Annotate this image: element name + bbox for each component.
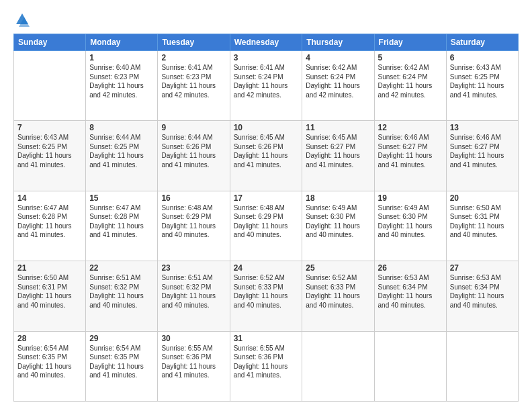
calendar-day-header: Friday <box>374 34 446 51</box>
day-number: 13 <box>450 123 515 132</box>
calendar-cell <box>446 331 518 401</box>
calendar-cell: 5Sunrise: 6:42 AM Sunset: 6:24 PM Daylig… <box>374 51 446 121</box>
day-number: 14 <box>17 193 82 203</box>
day-number: 24 <box>234 263 299 273</box>
header <box>13 12 519 27</box>
day-number: 28 <box>17 334 82 343</box>
day-info: Sunrise: 6:44 AM Sunset: 6:26 PM Dayligh… <box>161 133 226 169</box>
day-info: Sunrise: 6:48 AM Sunset: 6:29 PM Dayligh… <box>161 203 226 240</box>
calendar-header-row: SundayMondayTuesdayWednesdayThursdayFrid… <box>14 34 519 51</box>
calendar-week-row: 21Sunrise: 6:50 AM Sunset: 6:31 PM Dayli… <box>14 261 519 331</box>
day-number: 15 <box>89 193 154 203</box>
calendar-day-header: Saturday <box>446 34 518 51</box>
day-info: Sunrise: 6:44 AM Sunset: 6:25 PM Dayligh… <box>89 133 154 169</box>
day-number: 26 <box>378 263 443 273</box>
day-number: 8 <box>89 123 154 132</box>
calendar-week-row: 14Sunrise: 6:47 AM Sunset: 6:28 PM Dayli… <box>14 191 519 261</box>
day-number: 23 <box>161 263 226 273</box>
calendar-cell: 19Sunrise: 6:49 AM Sunset: 6:30 PM Dayli… <box>374 191 446 261</box>
calendar-day-header: Thursday <box>302 34 374 51</box>
day-number: 4 <box>306 53 370 62</box>
calendar-cell: 26Sunrise: 6:53 AM Sunset: 6:34 PM Dayli… <box>374 261 446 331</box>
day-info: Sunrise: 6:45 AM Sunset: 6:27 PM Dayligh… <box>306 133 370 169</box>
day-info: Sunrise: 6:46 AM Sunset: 6:27 PM Dayligh… <box>378 133 443 169</box>
day-info: Sunrise: 6:51 AM Sunset: 6:32 PM Dayligh… <box>161 273 226 310</box>
calendar-cell: 10Sunrise: 6:45 AM Sunset: 6:26 PM Dayli… <box>230 121 302 191</box>
day-info: Sunrise: 6:47 AM Sunset: 6:28 PM Dayligh… <box>17 203 82 240</box>
calendar-cell <box>302 331 374 401</box>
calendar-week-row: 1Sunrise: 6:40 AM Sunset: 6:23 PM Daylig… <box>14 51 519 121</box>
day-number: 25 <box>306 263 370 273</box>
day-number: 30 <box>161 334 226 343</box>
day-number: 3 <box>234 53 299 62</box>
day-number: 10 <box>234 123 299 132</box>
day-number: 5 <box>378 53 443 62</box>
day-number: 17 <box>234 193 299 203</box>
calendar-cell: 11Sunrise: 6:45 AM Sunset: 6:27 PM Dayli… <box>302 121 374 191</box>
day-info: Sunrise: 6:52 AM Sunset: 6:33 PM Dayligh… <box>306 273 370 310</box>
day-info: Sunrise: 6:40 AM Sunset: 6:23 PM Dayligh… <box>89 63 154 99</box>
calendar-table: SundayMondayTuesdayWednesdayThursdayFrid… <box>13 34 519 402</box>
page: SundayMondayTuesdayWednesdayThursdayFrid… <box>0 0 532 411</box>
day-info: Sunrise: 6:54 AM Sunset: 6:35 PM Dayligh… <box>89 344 154 380</box>
day-info: Sunrise: 6:55 AM Sunset: 6:36 PM Dayligh… <box>234 344 299 380</box>
calendar-cell: 7Sunrise: 6:43 AM Sunset: 6:25 PM Daylig… <box>14 121 86 191</box>
calendar-week-row: 28Sunrise: 6:54 AM Sunset: 6:35 PM Dayli… <box>14 331 519 401</box>
day-info: Sunrise: 6:45 AM Sunset: 6:26 PM Dayligh… <box>234 133 299 169</box>
day-number: 9 <box>161 123 226 132</box>
calendar-cell: 23Sunrise: 6:51 AM Sunset: 6:32 PM Dayli… <box>158 261 230 331</box>
calendar-cell: 30Sunrise: 6:55 AM Sunset: 6:36 PM Dayli… <box>158 331 230 401</box>
day-info: Sunrise: 6:53 AM Sunset: 6:34 PM Dayligh… <box>378 273 443 310</box>
day-info: Sunrise: 6:50 AM Sunset: 6:31 PM Dayligh… <box>17 273 82 310</box>
day-info: Sunrise: 6:47 AM Sunset: 6:28 PM Dayligh… <box>89 203 154 240</box>
day-number: 7 <box>17 123 82 132</box>
day-number: 6 <box>450 53 515 62</box>
calendar-cell: 13Sunrise: 6:46 AM Sunset: 6:27 PM Dayli… <box>446 121 518 191</box>
day-info: Sunrise: 6:50 AM Sunset: 6:31 PM Dayligh… <box>450 203 515 240</box>
day-info: Sunrise: 6:51 AM Sunset: 6:32 PM Dayligh… <box>89 273 154 310</box>
day-info: Sunrise: 6:55 AM Sunset: 6:36 PM Dayligh… <box>161 344 226 380</box>
day-number: 19 <box>378 193 443 203</box>
calendar-day-header: Tuesday <box>158 34 230 51</box>
calendar-cell <box>374 331 446 401</box>
day-number: 1 <box>89 53 154 62</box>
calendar-cell: 3Sunrise: 6:41 AM Sunset: 6:24 PM Daylig… <box>230 51 302 121</box>
day-number: 21 <box>17 263 82 273</box>
day-info: Sunrise: 6:43 AM Sunset: 6:25 PM Dayligh… <box>17 133 82 169</box>
day-info: Sunrise: 6:46 AM Sunset: 6:27 PM Dayligh… <box>450 133 515 169</box>
day-info: Sunrise: 6:48 AM Sunset: 6:29 PM Dayligh… <box>234 203 299 240</box>
calendar-day-header: Wednesday <box>230 34 302 51</box>
day-number: 22 <box>89 263 154 273</box>
calendar-cell: 21Sunrise: 6:50 AM Sunset: 6:31 PM Dayli… <box>14 261 86 331</box>
day-info: Sunrise: 6:49 AM Sunset: 6:30 PM Dayligh… <box>378 203 443 240</box>
calendar-cell: 29Sunrise: 6:54 AM Sunset: 6:35 PM Dayli… <box>86 331 158 401</box>
calendar-cell: 8Sunrise: 6:44 AM Sunset: 6:25 PM Daylig… <box>86 121 158 191</box>
day-info: Sunrise: 6:43 AM Sunset: 6:25 PM Dayligh… <box>450 63 515 99</box>
calendar-cell: 12Sunrise: 6:46 AM Sunset: 6:27 PM Dayli… <box>374 121 446 191</box>
calendar-cell: 14Sunrise: 6:47 AM Sunset: 6:28 PM Dayli… <box>14 191 86 261</box>
day-number: 29 <box>89 334 154 343</box>
day-info: Sunrise: 6:41 AM Sunset: 6:24 PM Dayligh… <box>234 63 299 99</box>
calendar-cell: 25Sunrise: 6:52 AM Sunset: 6:33 PM Dayli… <box>302 261 374 331</box>
calendar-cell: 2Sunrise: 6:41 AM Sunset: 6:23 PM Daylig… <box>158 51 230 121</box>
calendar-cell: 4Sunrise: 6:42 AM Sunset: 6:24 PM Daylig… <box>302 51 374 121</box>
day-number: 27 <box>450 263 515 273</box>
day-info: Sunrise: 6:53 AM Sunset: 6:34 PM Dayligh… <box>450 273 515 310</box>
day-number: 18 <box>306 193 370 203</box>
calendar-cell: 31Sunrise: 6:55 AM Sunset: 6:36 PM Dayli… <box>230 331 302 401</box>
calendar-cell: 24Sunrise: 6:52 AM Sunset: 6:33 PM Dayli… <box>230 261 302 331</box>
day-info: Sunrise: 6:49 AM Sunset: 6:30 PM Dayligh… <box>306 203 370 240</box>
calendar-cell: 18Sunrise: 6:49 AM Sunset: 6:30 PM Dayli… <box>302 191 374 261</box>
day-number: 11 <box>306 123 370 132</box>
day-number: 12 <box>378 123 443 132</box>
calendar-cell: 17Sunrise: 6:48 AM Sunset: 6:29 PM Dayli… <box>230 191 302 261</box>
calendar-cell: 15Sunrise: 6:47 AM Sunset: 6:28 PM Dayli… <box>86 191 158 261</box>
logo-icon <box>15 12 30 27</box>
calendar-day-header: Sunday <box>14 34 86 51</box>
calendar-cell: 9Sunrise: 6:44 AM Sunset: 6:26 PM Daylig… <box>158 121 230 191</box>
calendar-cell: 28Sunrise: 6:54 AM Sunset: 6:35 PM Dayli… <box>14 331 86 401</box>
day-number: 16 <box>161 193 226 203</box>
calendar-cell: 22Sunrise: 6:51 AM Sunset: 6:32 PM Dayli… <box>86 261 158 331</box>
calendar-cell: 20Sunrise: 6:50 AM Sunset: 6:31 PM Dayli… <box>446 191 518 261</box>
day-info: Sunrise: 6:52 AM Sunset: 6:33 PM Dayligh… <box>234 273 299 310</box>
